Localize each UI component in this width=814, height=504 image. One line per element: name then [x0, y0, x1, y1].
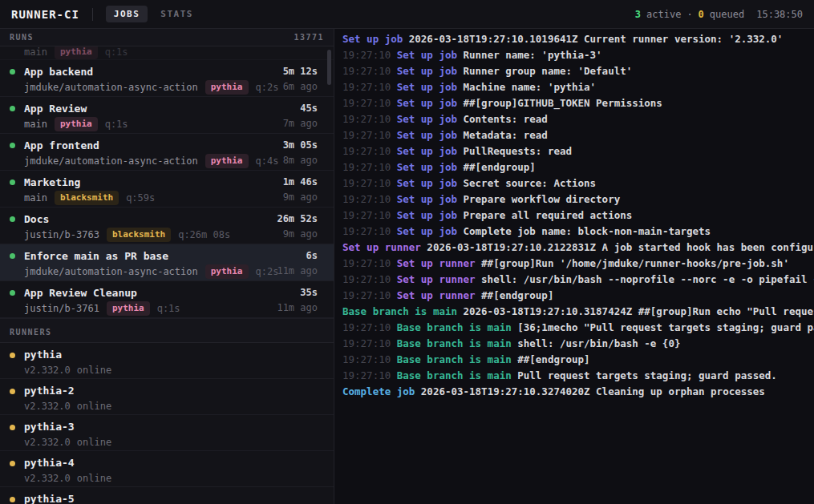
runner-version: v2.332.0 — [24, 436, 71, 449]
runner-row[interactable]: pythia-2 v2.332.0 online — [0, 379, 334, 415]
log-line: Complete job 2026-03-18T19:27:10.3274020… — [342, 384, 814, 400]
log-step-label: Set up job — [397, 177, 464, 189]
run-row[interactable]: App frontend jmduke/automation-async-act… — [0, 134, 334, 171]
runner-badge: blacksmith — [55, 191, 119, 205]
runner-row[interactable]: pythia-3 v2.332.0 online — [0, 415, 334, 451]
runs-header-label: RUNS — [10, 33, 34, 42]
log-step-label: Base branch is main — [397, 369, 518, 381]
app-window: RUNNER-CI JOBSSTATS 3 active · 0 queued … — [0, 0, 814, 504]
run-duration: 6s — [277, 249, 318, 263]
log-timestamp: 19:27:10 — [342, 177, 397, 189]
log-message: Pull request targets staging; guard pass… — [517, 369, 777, 381]
log-message: shell: /usr/bin/bash --noprofile --norc … — [481, 273, 814, 285]
log-line: 19:27:10 Set up runner ##[group]Run '/ho… — [342, 256, 814, 272]
runner-badge: pythia — [55, 46, 98, 59]
log-step-label: Set up job — [342, 33, 409, 45]
run-queue-time: q:1s — [157, 302, 180, 315]
log-line: 19:27:10 Base branch is main [36;1mecho … — [342, 320, 814, 336]
run-queue-time: q:1s — [105, 46, 128, 58]
log-message: [36;1mecho "Pull request targets staging… — [517, 321, 814, 333]
run-duration: 3m 05s — [283, 139, 318, 152]
queued-count: 0 — [699, 9, 704, 20]
runner-name: pythia-5 — [24, 493, 111, 504]
run-title: Enforce main as PR base — [24, 249, 277, 263]
log-timestamp: 19:27:10 — [342, 65, 397, 77]
runs-count: 13771 — [294, 33, 324, 42]
log-step-label: Base branch is main — [397, 337, 518, 349]
log-message: ##[endgroup] — [517, 353, 589, 365]
run-queue-time: q:2s — [256, 81, 279, 94]
runners-section-header: RUNNERS — [0, 318, 334, 343]
run-queue-time: q:2s — [256, 265, 279, 278]
runners-header-label: RUNNERS — [10, 328, 52, 337]
topbar-divider — [92, 8, 93, 21]
run-duration: 45s — [283, 102, 318, 115]
run-row[interactable]: Marketing main blacksmith q:59s 1m 46s 9… — [0, 171, 334, 208]
log-message: 2026-03-18T19:27:10.2122831Z A job start… — [427, 241, 814, 253]
runs-section-header: RUNS 13771 — [0, 29, 334, 46]
run-row[interactable]: Docs justin/b-3763 blacksmith q:26m 08s … — [0, 208, 334, 244]
runner-badge: pythia — [107, 301, 150, 316]
run-duration: 5m 12s — [283, 65, 318, 79]
run-duration: 1m 46s — [283, 175, 318, 189]
log-message: Contents: read — [464, 113, 548, 125]
run-ago: 7m ago — [283, 117, 318, 130]
runner-version: v2.332.0 — [24, 364, 71, 377]
log-step-label: Set up job — [397, 49, 464, 61]
run-row-partial[interactable]: main pythia q:1s — [0, 46, 334, 60]
log-line: 19:27:10 Set up job Metadata: read — [342, 127, 814, 143]
log-panel: Set up job 2026-03-18T19:27:10.1019641Z … — [334, 29, 814, 504]
runner-row[interactable]: pythia-4 v2.332.0 online — [0, 451, 334, 487]
log-step-label: Set up job — [397, 81, 464, 93]
log-step-label: Base branch is main — [397, 353, 518, 365]
log-line: 19:27:10 Base branch is main Pull reques… — [342, 368, 814, 384]
run-row[interactable]: App Review Cleanup justin/b-3761 pythia … — [0, 281, 334, 318]
run-queue-time: q:1s — [105, 118, 128, 131]
log-message: Prepare workflow directory — [464, 193, 621, 205]
tab-jobs[interactable]: JOBS — [106, 6, 148, 22]
run-branch: main — [24, 118, 47, 131]
log-line: 19:27:10 Set up job Complete job name: b… — [342, 224, 814, 240]
run-title: App backend — [24, 65, 278, 79]
run-duration: 26m 52s — [277, 212, 318, 226]
run-ago: 6m ago — [283, 80, 318, 93]
run-ago: 11m ago — [277, 301, 318, 314]
log-timestamp: 19:27:10 — [342, 353, 397, 365]
runner-online-status: online — [77, 400, 111, 413]
run-branch: jmduke/automation-async-action — [24, 81, 198, 94]
runner-badge: pythia — [55, 117, 98, 131]
sidebar-scrollbar-thumb[interactable] — [327, 50, 331, 85]
log-message: ##[endgroup] — [464, 161, 536, 173]
runner-row[interactable]: pythia v2.332.0 online — [0, 343, 334, 379]
log-step-label: Set up runner — [342, 241, 427, 253]
log-timestamp: 19:27:10 — [342, 113, 397, 125]
runner-version: v2.332.0 — [24, 400, 71, 413]
runner-status-dot — [10, 425, 15, 430]
log-message: shell: /usr/bin/bash -e {0} — [517, 337, 680, 349]
runner-version: v2.332.0 — [24, 472, 71, 485]
runner-badge: pythia — [205, 154, 249, 168]
runner-name: pythia — [24, 349, 111, 361]
run-row[interactable]: App Review main pythia q:1s 45s 7m ago — [0, 97, 334, 134]
status-separator: · — [686, 9, 692, 20]
tab-stats[interactable]: STATS — [152, 6, 201, 22]
run-row[interactable]: Enforce main as PR base jmduke/automatio… — [0, 244, 334, 281]
log-timestamp: 19:27:10 — [342, 97, 397, 109]
log-line: 19:27:10 Set up job Runner group name: '… — [342, 63, 814, 79]
run-branch: main — [24, 192, 47, 204]
log-message: Runner name: 'pythia-3' — [464, 49, 602, 61]
run-title: App Review — [24, 102, 128, 115]
log-message: 2026-03-18T19:27:10.1019641Z Current run… — [409, 33, 784, 45]
run-row[interactable]: App backend jmduke/automation-async-acti… — [0, 60, 334, 97]
log-line: 19:27:10 Set up job PullRequests: read — [342, 143, 814, 159]
log-step-label: Base branch is main — [397, 321, 518, 333]
run-branch: justin/b-3761 — [24, 302, 99, 315]
log-line: 19:27:10 Set up runner shell: /usr/bin/b… — [342, 272, 814, 288]
runner-row[interactable]: pythia-5 v2.332.0 online — [0, 487, 334, 504]
log-timestamp: 19:27:10 — [342, 145, 397, 157]
runner-status-dot — [10, 389, 15, 394]
log-message: ##[group]GITHUB_TOKEN Permissions — [464, 97, 662, 109]
log-step-label: Set up job — [397, 129, 464, 141]
log-message: Metadata: read — [464, 129, 548, 141]
log-step-label: Set up job — [397, 65, 464, 77]
